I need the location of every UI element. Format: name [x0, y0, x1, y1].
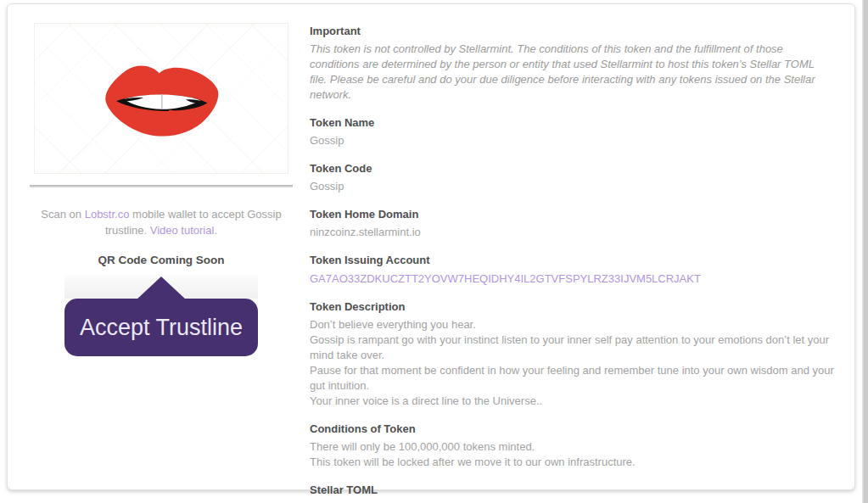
- token-home-domain-value: ninzcoinz.stellarmint.io: [310, 225, 834, 240]
- scan-text-part1: Scan on: [41, 208, 84, 221]
- video-tutorial-link[interactable]: Video tutorial.: [150, 224, 217, 237]
- token-code-heading: Token Code: [310, 161, 834, 176]
- section-stellar-toml: Stellar TOML ninzcoinz.stellarmint.io: [310, 483, 834, 503]
- token-description-heading: Token Description: [310, 299, 834, 315]
- token-sidebar: Scan on Lobstr.co mobile wallet to accep…: [25, 21, 298, 472]
- token-description-line: Don’t believe everything you hear.: [310, 317, 834, 333]
- token-logo-box: [34, 23, 288, 174]
- token-issuing-account-link[interactable]: GA7AO33ZDKUCZTT2YOVW7HEQIDHY4IL2GTVFSPYL…: [310, 271, 701, 287]
- scrollbar-track[interactable]: [862, 0, 868, 503]
- important-disclaimer-text: This token is not controlled by Stellarm…: [310, 42, 834, 103]
- token-issuing-account-heading: Token Issuing Account: [310, 253, 834, 268]
- important-heading: Important: [310, 24, 834, 39]
- token-code-value: Gossip: [310, 179, 834, 194]
- accept-trustline-button[interactable]: Accept Trustline: [64, 299, 258, 356]
- conditions-heading: Conditions of Token: [310, 422, 834, 437]
- qr-coming-soon-title: QR Code Coming Soon: [25, 254, 298, 266]
- token-name-heading: Token Name: [310, 115, 834, 131]
- stellar-toml-heading: Stellar TOML: [310, 483, 834, 498]
- sidebar-divider: [30, 185, 293, 187]
- conditions-line: There will only be 100,000,000 tokens mi…: [310, 439, 834, 455]
- section-conditions: Conditions of Token There will only be 1…: [310, 422, 834, 470]
- scan-instructions: Scan on Lobstr.co mobile wallet to accep…: [36, 206, 287, 238]
- lobstr-link[interactable]: Lobstr.co: [85, 208, 130, 221]
- section-token-name: Token Name Gossip: [310, 115, 834, 148]
- lips-icon: [93, 43, 229, 154]
- section-token-description: Token Description Don’t believe everythi…: [310, 299, 834, 409]
- token-description-line: Gossip is rampant go with your instinct …: [310, 333, 834, 363]
- token-description-line: Your inner voice is a direct line to the…: [310, 394, 834, 409]
- tooltip-arrow-up: [136, 277, 187, 300]
- token-home-domain-heading: Token Home Domain: [310, 207, 834, 222]
- token-name-value: Gossip: [310, 133, 834, 148]
- section-token-home-domain: Token Home Domain ninzcoinz.stellarmint.…: [310, 207, 834, 240]
- accept-trustline-tooltip: Accept Trustline: [64, 275, 258, 356]
- token-info-card: Scan on Lobstr.co mobile wallet to accep…: [7, 3, 855, 490]
- section-important: Important This token is not controlled b…: [310, 24, 834, 103]
- conditions-line: This token will be locked after we move …: [310, 455, 834, 470]
- token-details: Important This token is not controlled b…: [298, 21, 834, 472]
- token-description-line: Pause for that moment be confident in ho…: [310, 363, 834, 394]
- section-token-code: Token Code Gossip: [310, 161, 834, 194]
- section-token-issuing-account: Token Issuing Account GA7AO33ZDKUCZTT2YO…: [310, 253, 834, 287]
